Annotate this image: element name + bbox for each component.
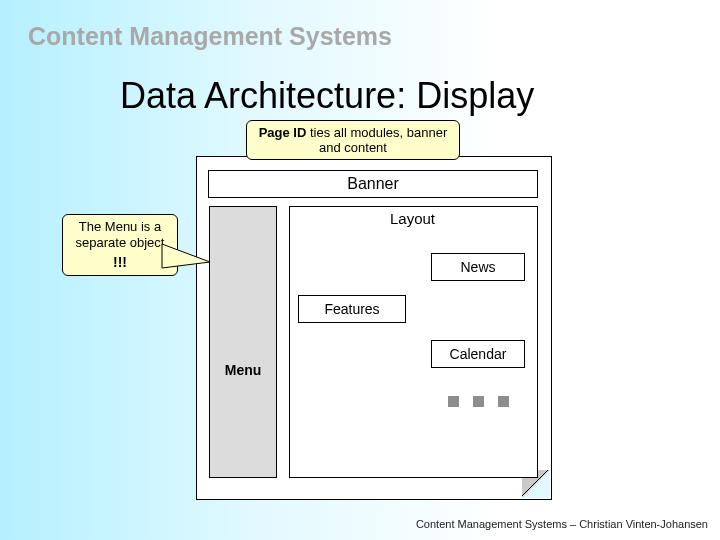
layout-label: Layout	[289, 210, 536, 227]
dot-icon	[473, 396, 484, 407]
slide-title: Data Architecture: Display	[120, 75, 534, 117]
news-box: News	[431, 253, 525, 281]
note-menu-exclaim: !!!	[71, 254, 169, 272]
dot-icon	[448, 396, 459, 407]
menu-column: Menu	[209, 206, 277, 478]
note-menu-l2: separate object	[76, 235, 165, 250]
ellipsis-dots	[448, 396, 509, 407]
note-menu-l1: The Menu is a	[79, 219, 161, 234]
calendar-box: Calendar	[431, 340, 525, 368]
dot-icon	[498, 396, 509, 407]
note-menu: The Menu is a separate object !!!	[62, 214, 178, 276]
menu-label: Menu	[210, 362, 276, 378]
banner-box: Banner	[208, 170, 538, 198]
slide-stage: Content Management Systems Data Architec…	[0, 0, 720, 540]
slide-header: Content Management Systems	[28, 22, 392, 51]
features-box: Features	[298, 295, 406, 323]
note-pageid-bold: Page ID	[259, 125, 307, 140]
note-pageid: Page ID ties all modules, banner and con…	[246, 120, 460, 160]
note-pageid-text: ties all modules, banner and content	[306, 125, 447, 155]
slide-footer: Content Management Systems – Christian V…	[416, 518, 708, 530]
